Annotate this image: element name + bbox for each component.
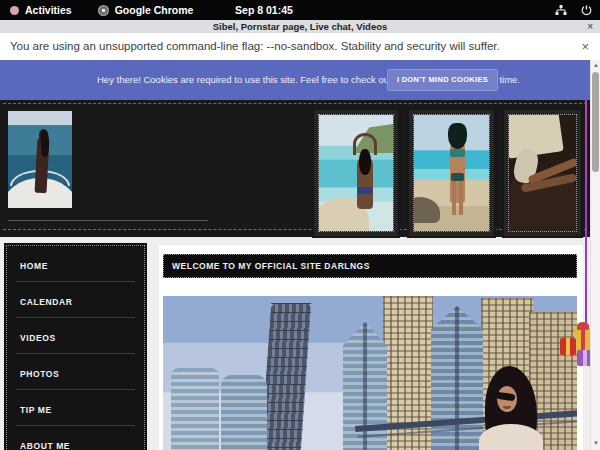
header-thumbnail-beach-arms[interactable] — [312, 108, 400, 238]
header-thumbnail-beach-bikini[interactable] — [407, 108, 496, 238]
app-menu-google-chrome[interactable]: Google Chrome — [98, 4, 194, 16]
clock[interactable]: Sep 8 01:45 — [235, 0, 293, 20]
person-hair — [41, 131, 49, 157]
scroll-down-icon[interactable]: ▼ — [591, 439, 600, 447]
sidebar-menu: HOME CALENDAR VIDEOS PHOTOS TIP ME ABOUT… — [7, 246, 144, 450]
beach-scene — [319, 115, 393, 231]
cookie-consent-bar: Hey there! Cookies are required to use t… — [0, 60, 590, 100]
sidebar-item-label: VIDEOS — [20, 333, 56, 343]
activities-dot-icon — [10, 6, 19, 15]
welcome-banner: WELCOME TO MY OFFICIAL SITE DARLNGS — [163, 254, 577, 278]
app-menu-label: Google Chrome — [115, 4, 194, 16]
sidebar-item-home[interactable]: HOME — [16, 246, 135, 282]
scrollbar-thumb[interactable] — [592, 72, 599, 172]
sidebar-item-label: ABOUT ME — [20, 441, 70, 450]
couch-scene — [509, 115, 576, 231]
chrome-infobar: You are using an unsupported command-lin… — [0, 33, 600, 60]
main-photo-dubai[interactable] — [163, 296, 577, 450]
header-divider-line — [8, 220, 208, 221]
gift-widget-string — [585, 100, 587, 336]
screen: Activities Google Chrome Sep 8 01:45 Sib… — [0, 0, 600, 450]
building — [221, 375, 267, 450]
activities-label: Activities — [25, 4, 72, 16]
header-thumbnail-couch[interactable] — [502, 108, 583, 238]
welcome-title: WELCOME TO MY OFFICIAL SITE DARLNGS — [164, 255, 576, 277]
sidebar-item-calendar[interactable]: CALENDAR — [16, 282, 135, 318]
main-content: WELCOME TO MY OFFICIAL SITE DARLNGS — [159, 245, 583, 450]
infobar-message: You are using an unsupported command-lin… — [10, 33, 500, 60]
scroll-up-icon[interactable]: ▲ — [591, 61, 600, 69]
building — [171, 368, 219, 450]
sidebar-item-videos[interactable]: VIDEOS — [16, 318, 135, 354]
gnome-top-bar: Activities Google Chrome Sep 8 01:45 — [0, 0, 600, 20]
header-dashed-border-bottom — [3, 229, 587, 230]
window-title-bar: Sibel, Pornstar page, Live chat, Videos … — [0, 20, 600, 33]
building — [431, 306, 483, 450]
sidebar-item-photos[interactable]: PHOTOS — [16, 354, 135, 390]
system-tray[interactable] — [555, 0, 592, 20]
network-icon — [555, 5, 567, 16]
sidebar-item-label: PHOTOS — [20, 369, 59, 379]
twisted-tower — [261, 303, 311, 450]
cookie-accept-button[interactable]: I DON'T MIND COOKIES — [387, 69, 498, 91]
sidebar-item-about-me[interactable]: ABOUT ME — [16, 426, 135, 450]
cookie-message-pre: Hey there! Cookies are required to use t… — [97, 74, 411, 85]
sidebar-item-label: HOME — [20, 261, 48, 271]
header-photo-boat[interactable] — [8, 111, 72, 208]
window-title: Sibel, Pornstar page, Live chat, Videos — [0, 20, 600, 33]
infobar-close-icon[interactable]: × — [581, 33, 589, 60]
sidebar-item-label: TIP ME — [20, 405, 52, 415]
sidebar-item-label: CALENDAR — [20, 297, 73, 307]
power-icon — [581, 5, 592, 16]
activities-button[interactable]: Activities — [10, 4, 72, 16]
chrome-icon — [98, 5, 109, 16]
header-dashed-border-top — [3, 103, 587, 104]
window-close-icon[interactable]: × — [587, 20, 593, 33]
sidebar-item-tip-me[interactable]: TIP ME — [16, 390, 135, 426]
woman-shoulder — [479, 424, 543, 450]
beach-scene — [414, 115, 489, 231]
sidebar: HOME CALENDAR VIDEOS PHOTOS TIP ME ABOUT… — [6, 245, 145, 450]
page-scrollbar[interactable]: ▲ ▼ — [590, 60, 600, 450]
